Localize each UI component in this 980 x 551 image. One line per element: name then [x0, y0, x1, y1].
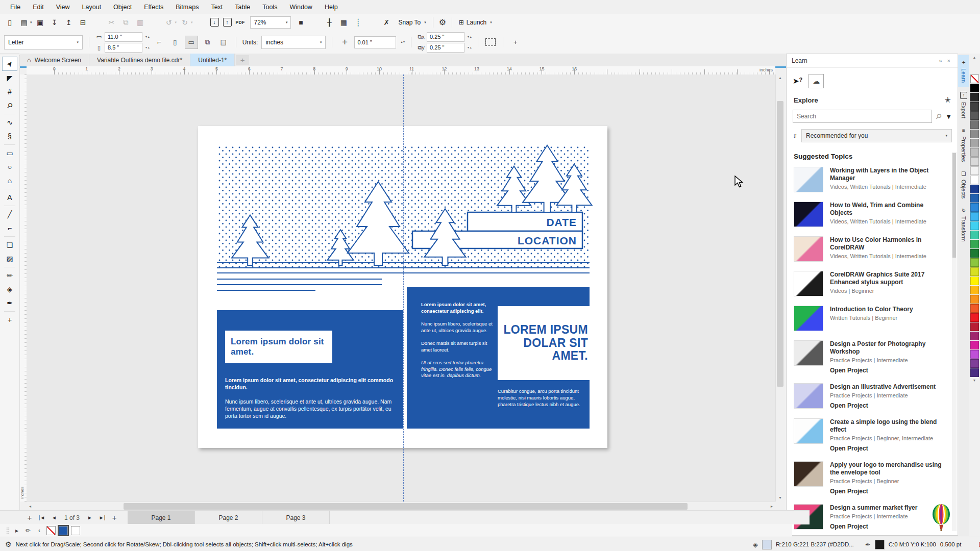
color-swatch[interactable]: [970, 203, 979, 212]
page-width-input[interactable]: 11.0 ": [105, 32, 142, 42]
menu-item[interactable]: Edit: [27, 1, 50, 13]
scroll-down-icon[interactable]: ▼: [776, 494, 785, 502]
toolbox-tool[interactable]: ∿: [3, 116, 17, 129]
toolbar-button[interactable]: ▯: [3, 16, 17, 29]
horizontal-scrollbar[interactable]: ◄ ►: [27, 502, 775, 511]
docker-tab[interactable]: ≡ Properties: [958, 123, 969, 166]
portrait-button[interactable]: ▯: [169, 36, 181, 48]
spinner-arrows[interactable]: ▴ ▾: [400, 41, 405, 43]
landscape-button[interactable]: ▭: [185, 36, 198, 49]
color-swatch[interactable]: [970, 240, 979, 248]
page-tab[interactable]: Page 3: [262, 511, 330, 524]
nudge-distance-input[interactable]: 0.01 ": [354, 36, 396, 48]
add-page-button[interactable]: +: [23, 513, 36, 522]
toolbox-tool[interactable]: ➤: [2, 57, 17, 71]
color-swatch[interactable]: [970, 120, 979, 129]
color-swatch[interactable]: [970, 341, 979, 349]
toolbar-button[interactable]: ↧: [48, 16, 62, 29]
sign-in-icon[interactable]: ✭: [944, 95, 951, 105]
duplicate-x-input[interactable]: 0.25 ": [427, 32, 464, 42]
document-tab[interactable]: ⌂ Welcome Screen: [19, 54, 89, 66]
toolbox-tool[interactable]: ▭: [3, 146, 17, 160]
palette-scroll-up-icon[interactable]: ▲: [973, 56, 976, 61]
color-swatch[interactable]: [970, 368, 979, 377]
color-swatch[interactable]: [970, 148, 979, 157]
current-page-button[interactable]: ▤: [217, 36, 230, 48]
page-height-input[interactable]: 8.5 ": [105, 43, 142, 53]
vertical-ruler[interactable]: inches: [19, 74, 27, 502]
color-swatch[interactable]: [970, 249, 979, 258]
palette-scroll-down-icon[interactable]: ▼: [973, 379, 976, 384]
collapse-panel-icon[interactable]: »: [936, 58, 944, 64]
drawing-canvas[interactable]: DATE LOCATION Lorem ipsum dolor sit amet…: [27, 74, 775, 502]
menu-item[interactable]: Bitmaps: [169, 1, 205, 13]
topic-list-item[interactable]: Introduction to Color Theory Written Tut…: [787, 301, 958, 336]
toolbar-button[interactable]: ▣: [34, 16, 48, 29]
topic-list-item[interactable]: Apply your logo to merchandise using the…: [787, 457, 958, 499]
toolbox-tool[interactable]: [4, 144, 15, 145]
scrollbar-thumb[interactable]: [124, 503, 688, 510]
white-color-swatch[interactable]: [71, 526, 80, 535]
scrollbar-thumb[interactable]: [952, 153, 956, 258]
menu-item[interactable]: View: [50, 1, 76, 13]
first-page-icon[interactable]: |◄: [36, 515, 48, 520]
expand-palette-icon[interactable]: ▸: [13, 527, 21, 534]
toolbar-button[interactable]: ⧉: [119, 16, 134, 29]
scroll-left-icon[interactable]: ◄: [27, 502, 34, 511]
toolbar-button[interactable]: [148, 16, 162, 29]
color-swatch[interactable]: [970, 277, 979, 285]
color-swatch[interactable]: [970, 322, 979, 331]
options-button[interactable]: ⚙: [436, 16, 449, 29]
toolbox-tool[interactable]: ◤: [3, 71, 17, 85]
new-tab-button[interactable]: +: [236, 55, 249, 65]
docker-tab[interactable]: ↑ Export: [958, 87, 969, 123]
toolbar-button[interactable]: ↺ ▾: [162, 16, 179, 29]
topic-list-item[interactable]: How to Use Color Harmonies in CorelDRAW …: [787, 232, 958, 266]
toolbox-tool[interactable]: A: [3, 191, 17, 204]
open-project-link[interactable]: Open Project: [830, 402, 945, 409]
color-swatch[interactable]: [970, 313, 979, 322]
document-page[interactable]: DATE LOCATION Lorem ipsum dolor sit amet…: [198, 126, 607, 448]
color-swatch[interactable]: [970, 359, 979, 368]
previous-page-icon[interactable]: ◄: [48, 515, 60, 520]
menu-item[interactable]: Window: [283, 1, 318, 13]
panel-scrollbar[interactable]: [952, 152, 957, 531]
toolbar-button[interactable]: ↻ ▾: [178, 16, 194, 29]
no-color-swatch[interactable]: [970, 74, 979, 83]
docker-tab[interactable]: ✦ Learn: [958, 55, 969, 87]
toolbar-button[interactable]: ┊: [351, 16, 365, 29]
horizontal-ruler[interactable]: 012345678910111213141516 inches: [27, 66, 775, 75]
document-tab[interactable]: Variable Outlines demo file.cdr*: [89, 54, 190, 66]
toolbox-tool[interactable]: +: [3, 313, 17, 327]
treat-as-filled-button[interactable]: [484, 36, 497, 48]
toolbar-button[interactable]: PDF: [234, 16, 248, 29]
close-panel-icon[interactable]: ×: [945, 58, 953, 64]
spinner-arrows[interactable]: ▾ ▴: [467, 36, 472, 38]
toolbox-tool[interactable]: ⌂: [3, 174, 17, 187]
toolbar-button[interactable]: [91, 16, 105, 29]
docker-tab[interactable]: ❏ Objects: [958, 166, 969, 203]
color-swatch[interactable]: [970, 93, 979, 102]
document-tab[interactable]: Untitled-1*: [190, 54, 235, 66]
toolbox-tool[interactable]: [4, 236, 15, 237]
spinner-arrows[interactable]: ▾ ▴: [144, 46, 150, 49]
color-swatch[interactable]: [970, 185, 979, 193]
customize-plus-button[interactable]: +: [509, 36, 522, 48]
toolbar-button[interactable]: ▥: [134, 16, 148, 29]
color-swatch[interactable]: [970, 139, 979, 147]
toolbox-tool[interactable]: ⌐: [3, 221, 17, 235]
all-pages-button[interactable]: ⧉: [202, 36, 214, 48]
duplicate-y-input[interactable]: 0.25 ": [427, 43, 464, 53]
topic-list-item[interactable]: How to Weld, Trim and Combine Objects Vi…: [787, 197, 958, 232]
color-swatch[interactable]: [970, 231, 979, 239]
color-swatch[interactable]: [970, 157, 979, 166]
toolbox-tool[interactable]: ✒: [3, 296, 17, 310]
color-swatch[interactable]: [970, 350, 979, 359]
page-tab[interactable]: Page 1: [128, 511, 195, 524]
open-project-link[interactable]: Open Project: [830, 488, 945, 495]
topic-list-item[interactable]: CorelDRAW Graphics Suite 2017 Enhanced s…: [787, 266, 958, 301]
launch-button[interactable]: ⊞ Launch ▾: [455, 16, 496, 29]
page-size-preset-select[interactable]: Letter ▾: [4, 35, 83, 49]
units-select[interactable]: inches ▾: [261, 36, 326, 49]
color-swatch[interactable]: [970, 176, 979, 184]
